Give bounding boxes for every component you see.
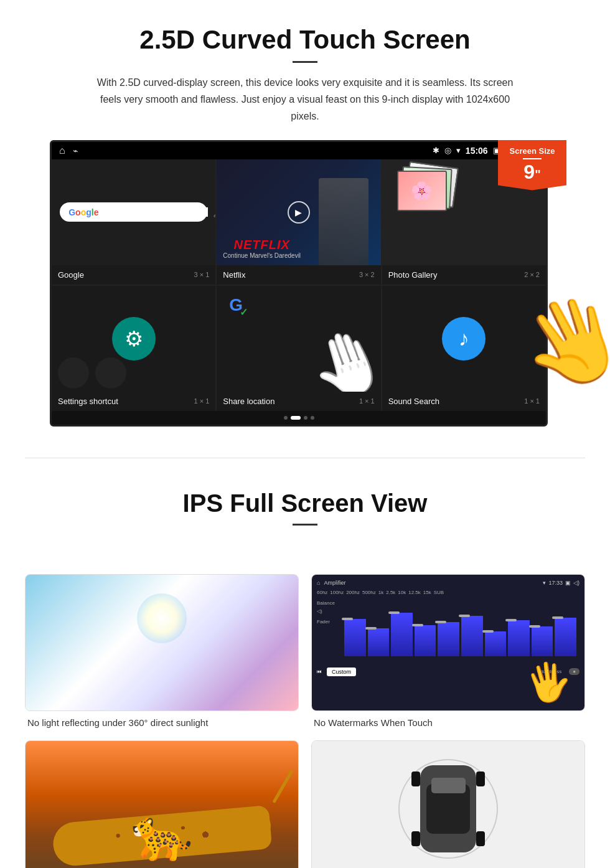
title-divider (293, 61, 317, 63)
settings-content: ⚙ (52, 286, 215, 392)
amp-handle-7 (482, 630, 494, 633)
google-search-input[interactable] (103, 207, 208, 217)
shadow-circle-1 (58, 357, 89, 389)
feature-caption-sunlight: No light reflecting under 360° direct su… (25, 717, 299, 728)
google-app-cell[interactable]: Google 🎤 Google 3 × 1 (52, 159, 215, 285)
amp-bar-10 (555, 618, 576, 656)
amp-bar-2 (368, 628, 390, 656)
feature-img-amplifier: ⌂ Amplifier ▾ 17:33 ▣ ◁) 60hz100hz200hz5… (311, 574, 585, 711)
google-app-size: 3 × 1 (194, 271, 210, 278)
cheetah-emoji: 🐆 (131, 806, 193, 864)
amp-handle-9 (529, 625, 540, 628)
play-button[interactable]: ▶ (288, 201, 310, 224)
share-app-cell[interactable]: G ✓ 🤚 Share location 1 × 1 (217, 286, 380, 411)
device-wrapper: Screen Size 9" ⌂ ⌁ ✱ ◎ ▾ 15:06 ▣ ◁ (50, 140, 560, 427)
netflix-app-cell[interactable]: ▶ NETFLIX Continue Marvel's Daredevil Ne… (217, 159, 380, 285)
amp-fader-label: Fader (317, 619, 339, 625)
amp-prev-icon: ⏮ (317, 669, 322, 674)
home-icon[interactable]: ⌂ (59, 145, 65, 156)
feature-sunlight: No light reflecting under 360° direct su… (25, 574, 299, 728)
amp-bars (341, 600, 580, 663)
shadow-circle-2 (95, 357, 126, 389)
sun-burst (137, 593, 187, 643)
section1-title: 2.5D Curved Touch Screen (37, 25, 573, 55)
car-windshield (431, 778, 466, 793)
android-screen: ⌂ ⌁ ✱ ◎ ▾ 15:06 ▣ ◁) ⊠ ▭ (50, 140, 548, 427)
photo-stack: 🌸 (394, 164, 456, 220)
car-wheel-fr (476, 771, 485, 786)
feature-cheetah: 🐆 Super Fast Response (25, 740, 299, 868)
amp-handle-5 (435, 621, 446, 623)
sound-app-name: Sound Search (388, 397, 439, 406)
amp-header: ⌂ Amplifier ▾ 17:33 ▣ ◁) (317, 580, 580, 586)
amp-icons: ▾ 17:33 ▣ ◁) (543, 580, 580, 586)
feature-car: Large Viewing Angle (311, 740, 585, 868)
cheetah-head (246, 814, 271, 836)
amp-bar-1 (344, 619, 366, 656)
flower-icon: 🌸 (398, 172, 446, 210)
wifi-icon: ▾ (456, 146, 461, 155)
sunlight-visual (26, 575, 298, 710)
feature-img-car (311, 740, 585, 868)
amp-bar-4 (415, 625, 436, 656)
netflix-info: NETFLIX Continue Marvel's Daredevil (223, 238, 301, 259)
amp-labels-col: Balance ◁) Fader (317, 600, 580, 663)
car-circle (398, 759, 498, 859)
google-search-container: Google 🎤 (52, 159, 215, 265)
netflix-subtitle: Continue Marvel's Daredevil (223, 252, 301, 259)
feature-amplifier: ⌂ Amplifier ▾ 17:33 ▣ ◁) 60hz100hz200hz5… (311, 574, 585, 728)
amp-handle-8 (505, 619, 517, 621)
amp-handle-10 (552, 616, 563, 619)
google-logo: Google (68, 207, 98, 217)
gear-icon: ⚙ (124, 326, 143, 351)
screen-size-badge: Screen Size 9" (498, 140, 566, 191)
amp-bar-5 (438, 622, 459, 656)
google-label-row: Google 3 × 1 (52, 265, 215, 285)
amp-camera-icon: ▣ (565, 580, 571, 586)
amp-handle-4 (412, 624, 423, 626)
amplifier-visual: ⌂ Amplifier ▾ 17:33 ▣ ◁) 60hz100hz200hz5… (312, 575, 584, 710)
amp-home-icon: ⌂ (317, 580, 320, 586)
share-label-row: Share location 1 × 1 (217, 392, 380, 411)
amp-balance-label: Balance ◁) Fader (317, 600, 339, 663)
netflix-logo: NETFLIX (223, 238, 301, 252)
badge-divider (523, 158, 542, 159)
sound-label-row: Sound Search 1 × 1 (382, 392, 546, 411)
cheetah-tail (272, 770, 293, 803)
google-app-name: Google (58, 270, 84, 280)
amp-vol-icon-2: ◁) (317, 608, 339, 614)
sound-app-size: 1 × 1 (524, 397, 540, 405)
amp-freq-labels: 60hz100hz200hz500hz1k2.5k10k12.5k15kSUB (317, 588, 580, 595)
app-grid: Google 🎤 Google 3 × 1 (52, 159, 546, 411)
section2-title: IPS Full Screen View (37, 489, 573, 517)
status-time: 15:06 (466, 146, 488, 156)
settings-icon-circle: ⚙ (112, 317, 156, 361)
amp-time: 17:33 (548, 580, 563, 586)
photo-card-3: 🌸 (397, 171, 447, 211)
maps-g-letter: G ✓ (229, 295, 243, 315)
netflix-content: ▶ NETFLIX Continue Marvel's Daredevil (217, 159, 380, 265)
settings-app-size: 1 × 1 (194, 397, 210, 405)
curved-screen-section: 2.5D Curved Touch Screen With 2.5D curve… (0, 0, 610, 439)
netflix-figure (319, 178, 368, 265)
amp-bar-8 (508, 620, 530, 656)
amp-title: Amplifier (324, 580, 345, 586)
google-search-bar[interactable]: Google 🎤 (60, 202, 207, 222)
status-bar: ⌂ ⌁ ✱ ◎ ▾ 15:06 ▣ ◁) ⊠ ▭ (52, 142, 546, 159)
ips-title-divider (293, 524, 317, 526)
maps-check-icon: ✓ (240, 306, 248, 318)
amp-custom-btn[interactable]: Custom (327, 668, 356, 676)
badge-label: Screen Size (503, 146, 561, 156)
netflix-label-row: Netflix 3 × 2 (217, 265, 380, 285)
cheetah-visual: 🐆 (26, 741, 298, 868)
feature-img-sunlight (25, 574, 299, 711)
hand-on-screen-icon: 🖐 (522, 656, 575, 708)
amp-handle-1 (342, 618, 353, 620)
amp-wifi-icon: ▾ (543, 580, 546, 586)
amp-handle-2 (365, 627, 377, 630)
gallery-label-row: Photo Gallery 2 × 2 (382, 265, 546, 285)
ips-section: IPS Full Screen View (0, 477, 610, 555)
amp-handle-3 (388, 611, 400, 614)
settings-app-cell[interactable]: ⚙ Settings shortcut 1 × 1 (52, 286, 215, 411)
netflix-app-size: 3 × 2 (359, 271, 375, 278)
